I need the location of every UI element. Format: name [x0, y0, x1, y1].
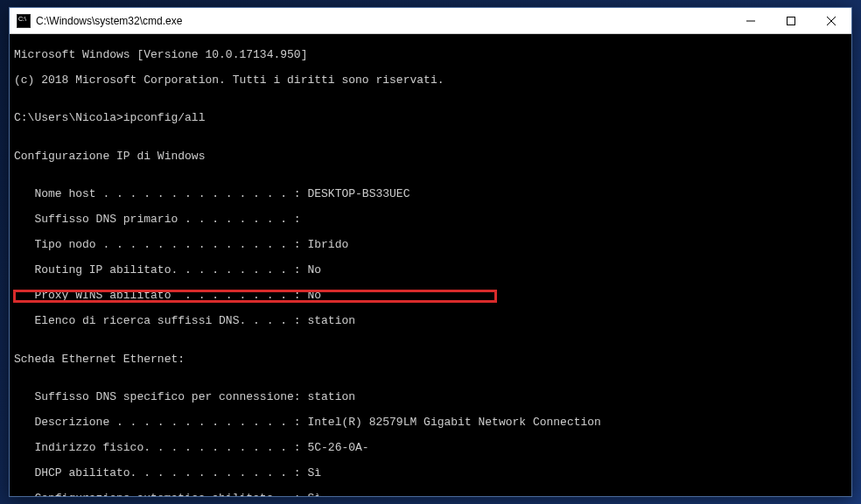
output-line: Suffisso DNS specifico per connessione: …	[14, 391, 847, 404]
output-line: Descrizione . . . . . . . . . . . . . : …	[14, 416, 847, 430]
minimize-button[interactable]	[731, 8, 771, 33]
output-line: Proxy WINS abilitato . . . . . . . . : N…	[14, 290, 847, 303]
cmd-icon	[17, 14, 31, 28]
output-line: Nome host . . . . . . . . . . . . . . : …	[14, 188, 847, 201]
output-line: Elenco di ricerca suffissi DNS. . . . : …	[14, 315, 847, 328]
prompt-line: C:\Users\Nicola>ipconfig/all	[14, 112, 847, 125]
output-line: Suffisso DNS primario . . . . . . . . :	[14, 214, 847, 227]
maximize-button[interactable]	[771, 8, 811, 33]
output-line: Routing IP abilitato. . . . . . . . . : …	[14, 264, 847, 277]
output-line: Tipo nodo . . . . . . . . . . . . . . : …	[14, 239, 847, 252]
section-header: Configurazione IP di Windows	[14, 150, 847, 164]
window-controls	[731, 8, 851, 33]
output-line: Configurazione automatica abilitata : Sì	[14, 493, 847, 496]
adapter-header: Scheda Ethernet Ethernet:	[14, 354, 847, 367]
close-button[interactable]	[811, 8, 851, 33]
output-line: (c) 2018 Microsoft Corporation. Tutti i …	[14, 74, 847, 88]
cmd-window: C:\Windows\system32\cmd.exe Microsoft Wi…	[9, 7, 852, 497]
physical-address-line: Indirizzo fisico. . . . . . . . . . . : …	[14, 442, 847, 455]
window-title: C:\Windows\system32\cmd.exe	[36, 15, 731, 27]
output-line: Microsoft Windows [Versione 10.0.17134.9…	[14, 49, 847, 62]
svg-rect-1	[788, 17, 795, 24]
output-line: DHCP abilitato. . . . . . . . . . . . : …	[14, 467, 847, 480]
terminal-output[interactable]: Microsoft Windows [Versione 10.0.17134.9…	[10, 34, 851, 496]
titlebar[interactable]: C:\Windows\system32\cmd.exe	[10, 8, 851, 34]
